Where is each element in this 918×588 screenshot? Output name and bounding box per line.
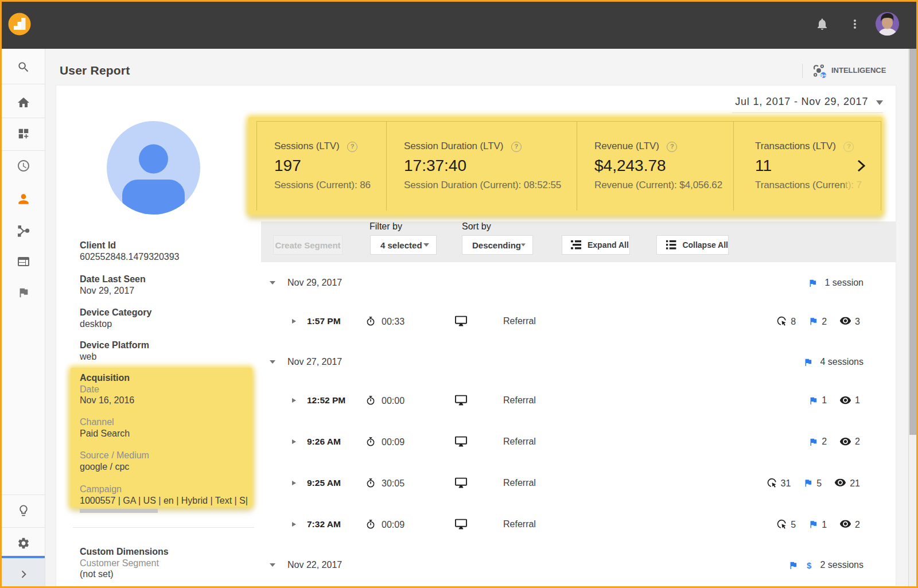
svg-text:$: $ (807, 560, 812, 570)
